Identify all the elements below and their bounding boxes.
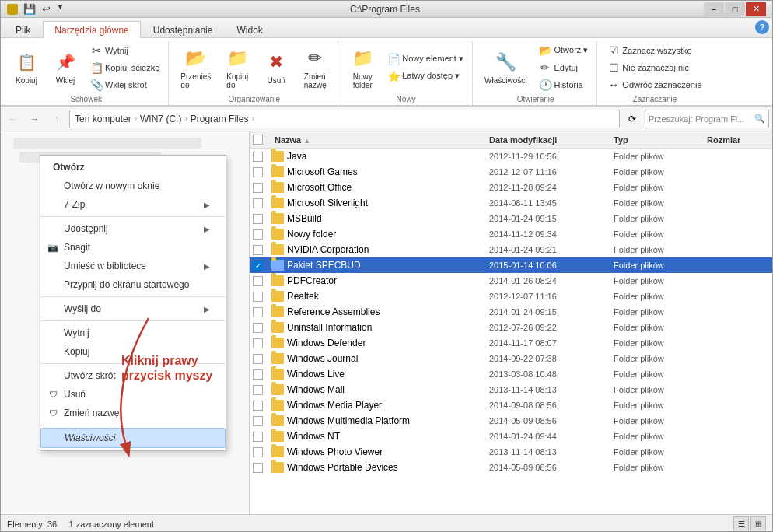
table-row[interactable]: Windows Mail2013-11-14 08:13Folder plikó…	[250, 382, 772, 397]
ctx-usun[interactable]: 🛡 Usuń	[40, 385, 226, 404]
file-checkbox[interactable]	[253, 276, 271, 286]
file-checkbox[interactable]	[253, 416, 271, 426]
checkbox-box[interactable]	[253, 198, 263, 208]
ribbon-btn-nie-zaznaczaj[interactable]: ☐ Nie zaznaczaj nic	[603, 59, 705, 76]
table-row[interactable]: Realtek2012-12-07 11:16Folder plików	[250, 289, 772, 304]
file-checkbox[interactable]: ✓	[253, 261, 271, 271]
tab-widok[interactable]: Widok	[225, 21, 274, 37]
table-row[interactable]: MSBuild2014-01-24 09:15Folder plików	[250, 211, 772, 226]
ctx-wyslij[interactable]: Wyślij do ▶	[40, 299, 226, 318]
ribbon-btn-wytnij[interactable]: ✂ Wytnij	[86, 42, 163, 59]
ctx-udostepnij[interactable]: Udostępnij ▶	[40, 219, 226, 238]
file-checkbox[interactable]	[253, 323, 271, 333]
file-checkbox[interactable]	[253, 369, 271, 380]
ctx-wlasciwosci[interactable]: Właściwości	[40, 428, 226, 448]
checkbox-box[interactable]	[253, 323, 263, 333]
file-checkbox[interactable]	[253, 245, 271, 255]
ribbon-btn-przeniesdо[interactable]: 📂 Przenieśdo	[175, 44, 216, 92]
up-button[interactable]: ↑	[47, 110, 66, 128]
file-checkbox[interactable]	[253, 354, 271, 364]
table-row[interactable]: Uninstall Information2012-07-26 09:22Fol…	[250, 320, 772, 335]
file-checkbox[interactable]	[253, 152, 271, 162]
quick-dropdown[interactable]: ▼	[54, 2, 66, 16]
checkbox-box[interactable]	[253, 307, 263, 317]
checkbox-box[interactable]	[253, 245, 263, 255]
file-checkbox[interactable]	[253, 307, 271, 317]
checkbox-box[interactable]	[253, 167, 263, 177]
ribbon-btn-zaznacz-wszystko[interactable]: ☑ Zaznacz wszystko	[603, 42, 705, 59]
search-bar[interactable]: Przeszukaj: Program Fi... 🔍	[645, 110, 769, 128]
back-button[interactable]: ←	[4, 110, 23, 128]
checkbox-box[interactable]	[253, 183, 263, 193]
ribbon-btn-edytuj[interactable]: ✏ Edytuj	[535, 59, 592, 76]
ribbon-btn-wlasciwosci[interactable]: 🔧 Właściwości	[479, 47, 532, 87]
ctx-kopiuj[interactable]: Kopiuj	[40, 342, 226, 361]
ctx-wytnij[interactable]: Wytnij	[40, 324, 226, 342]
checkbox-box[interactable]	[253, 292, 263, 302]
ribbon-btn-kopiujdo[interactable]: 📁 Kopiujdo	[219, 44, 255, 92]
tab-plik[interactable]: Plik	[4, 21, 42, 37]
tab-udostepnianie[interactable]: Udostępnianie	[142, 21, 225, 37]
table-row[interactable]: Microsoft Games2012-12-07 11:16Folder pl…	[250, 164, 772, 180]
table-row[interactable]: PDFCreator2014-01-26 08:24Folder plików	[250, 273, 772, 289]
ribbon-btn-nowy-element[interactable]: 📄 Nowy element ▾	[383, 51, 467, 68]
ribbon-btn-usun[interactable]: ✖ Usuń	[258, 47, 294, 87]
ribbon-btn-kopiuj[interactable]: 📋 Kopiuj	[9, 47, 44, 87]
file-checkbox[interactable]	[253, 385, 271, 395]
file-checkbox[interactable]	[253, 183, 271, 193]
minimize-button[interactable]: −	[704, 2, 724, 16]
checkbox-box[interactable]	[253, 432, 263, 442]
undo-quick-btn[interactable]: ↩	[40, 2, 53, 16]
view-large-button[interactable]: ⊞	[750, 516, 766, 532]
ctx-otworz-nowe-okno[interactable]: Otwórz w nowym oknie	[40, 177, 226, 195]
table-row[interactable]: NVIDIA Corporation2014-01-24 09:21Folder…	[250, 242, 772, 257]
ribbon-btn-wklej-skrot[interactable]: 📎 Wklej skrót	[86, 76, 163, 93]
table-row[interactable]: Nowy folder2014-11-12 09:34Folder plików	[250, 226, 772, 242]
file-checkbox[interactable]	[253, 447, 271, 457]
table-row[interactable]: Windows Multimedia Platform2014-05-09 08…	[250, 413, 772, 429]
checkbox-box[interactable]	[253, 229, 263, 240]
forward-button[interactable]: →	[26, 110, 44, 128]
breadcrumb-computer[interactable]: Ten komputer	[75, 114, 131, 124]
save-quick-btn[interactable]: 💾	[21, 2, 38, 16]
ribbon-btn-nowy-folder[interactable]: 📁 Nowyfolder	[345, 44, 380, 92]
checkbox-box[interactable]	[253, 152, 263, 162]
refresh-button[interactable]: ⟳	[623, 110, 642, 128]
ribbon-btn-historia[interactable]: 🕐 Historia	[535, 76, 592, 93]
file-checkbox[interactable]	[253, 214, 271, 224]
checkbox-box[interactable]	[253, 401, 263, 411]
file-checkbox[interactable]	[253, 292, 271, 302]
view-details-button[interactable]: ☰	[733, 516, 749, 532]
file-checkbox[interactable]	[253, 432, 271, 442]
checkbox-box[interactable]	[253, 463, 263, 473]
table-row[interactable]: Windows Defender2014-11-17 08:07Folder p…	[250, 335, 772, 351]
ribbon-btn-odwroc[interactable]: ↔ Odwróć zaznaczenie	[603, 76, 705, 93]
file-checkbox[interactable]	[253, 229, 271, 240]
table-row[interactable]: Windows Portable Devices2014-05-09 08:56…	[250, 460, 772, 475]
checkbox-box[interactable]	[253, 276, 263, 286]
ctx-przypnij[interactable]: Przypnij do ekranu startowego	[40, 275, 226, 294]
checkbox-box[interactable]	[253, 385, 263, 395]
help-icon[interactable]: ?	[755, 20, 769, 34]
file-checkbox[interactable]	[253, 463, 271, 473]
ribbon-btn-otworz[interactable]: 📂 Otwórz ▾	[535, 42, 592, 59]
col-type-header[interactable]: Typ	[614, 135, 707, 145]
ribbon-btn-wklej[interactable]: 📌 Wklej	[47, 47, 83, 87]
table-row[interactable]: Microsoft Office2012-11-28 09:24Folder p…	[250, 180, 772, 195]
table-row[interactable]: Windows Photo Viewer2013-11-14 08:13Fold…	[250, 444, 772, 460]
checkbox-box[interactable]	[253, 447, 263, 457]
close-button[interactable]: ✕	[746, 2, 766, 16]
file-checkbox[interactable]	[253, 167, 271, 177]
address-bar[interactable]: Ten komputer › WIN7 (C:) › Program Files…	[69, 110, 620, 128]
col-size-header[interactable]: Rozmiar	[707, 135, 769, 145]
table-row[interactable]: ✓Pakiet SPECBUD2015-01-14 10:06Folder pl…	[250, 257, 772, 273]
header-checkbox[interactable]	[253, 135, 263, 145]
breadcrumb-drive[interactable]: WIN7 (C:)	[140, 114, 181, 124]
ctx-7zip[interactable]: 7-Zip ▶	[40, 195, 226, 214]
ctx-utworz-skrot[interactable]: Utwórz skrót	[40, 366, 226, 385]
table-row[interactable]: Reference Assemblies2014-01-24 09:15Fold…	[250, 304, 772, 320]
ribbon-btn-kopiuj-sciezke[interactable]: 📋 Kopiuj ścieżkę	[86, 59, 163, 76]
file-checkbox[interactable]	[253, 401, 271, 411]
table-row[interactable]: Windows Live2013-03-08 10:48Folder plikó…	[250, 366, 772, 382]
table-row[interactable]: Java2012-11-29 10:56Folder plików	[250, 149, 772, 164]
